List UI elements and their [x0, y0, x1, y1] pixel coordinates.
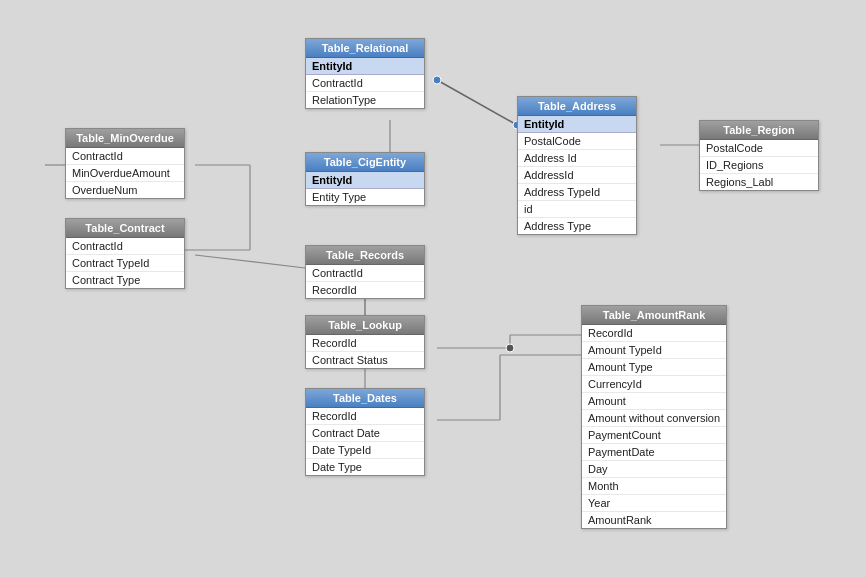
table-table_cigentity: Table_CigEntityEntityIdEntity Type	[305, 152, 425, 206]
field-row: RecordId	[306, 408, 424, 425]
field-row: MinOverdueAmount	[66, 165, 184, 182]
field-row: Regions_Labl	[700, 174, 818, 190]
field-row: RecordId	[582, 325, 726, 342]
field-row: Address Type	[518, 218, 636, 234]
field-row: Contract Type	[66, 272, 184, 288]
table-table_minoverdue: Table_MinOverdueContractIdMinOverdueAmou…	[65, 128, 185, 199]
field-row: Amount without conversion	[582, 410, 726, 427]
field-row: AmountRank	[582, 512, 726, 528]
field-row: OverdueNum	[66, 182, 184, 198]
field-row: Contract TypeId	[66, 255, 184, 272]
table-header-table_address: Table_Address	[518, 97, 636, 116]
svg-point-1	[433, 76, 441, 84]
table-header-table_records: Table_Records	[306, 246, 424, 265]
field-row: Day	[582, 461, 726, 478]
pk-row-table_cigentity: EntityId	[306, 172, 424, 189]
field-row: Year	[582, 495, 726, 512]
table-header-table_region: Table_Region	[700, 121, 818, 140]
field-row: ID_Regions	[700, 157, 818, 174]
table-table_relational: Table_RelationalEntityIdContractIdRelati…	[305, 38, 425, 109]
table-table_dates: Table_DatesRecordIdContract DateDate Typ…	[305, 388, 425, 476]
field-row: ContractId	[66, 238, 184, 255]
table-header-table_amountrank: Table_AmountRank	[582, 306, 726, 325]
table-header-table_dates: Table_Dates	[306, 389, 424, 408]
field-row: AddressId	[518, 167, 636, 184]
field-row: Amount	[582, 393, 726, 410]
table-table_region: Table_RegionPostalCodeID_RegionsRegions_…	[699, 120, 819, 191]
table-header-table_contract: Table_Contract	[66, 219, 184, 238]
table-table_lookup: Table_LookupRecordIdContract Status	[305, 315, 425, 369]
diagram-canvas: Table_RelationalEntityIdContractIdRelati…	[0, 0, 866, 577]
field-row: Amount Type	[582, 359, 726, 376]
field-row: Address Id	[518, 150, 636, 167]
field-row: PaymentCount	[582, 427, 726, 444]
svg-line-0	[437, 80, 517, 125]
table-header-table_minoverdue: Table_MinOverdue	[66, 129, 184, 148]
field-row: Amount TypeId	[582, 342, 726, 359]
field-row: ContractId	[306, 75, 424, 92]
pk-row-table_relational: EntityId	[306, 58, 424, 75]
table-table_address: Table_AddressEntityIdPostalCodeAddress I…	[517, 96, 637, 235]
field-row: id	[518, 201, 636, 218]
svg-point-14	[506, 344, 514, 352]
field-row: PostalCode	[518, 133, 636, 150]
pk-row-table_address: EntityId	[518, 116, 636, 133]
table-header-table_lookup: Table_Lookup	[306, 316, 424, 335]
table-header-table_relational: Table_Relational	[306, 39, 424, 58]
field-row: PaymentDate	[582, 444, 726, 461]
field-row: Entity Type	[306, 189, 424, 205]
field-row: CurrencyId	[582, 376, 726, 393]
table-table_amountrank: Table_AmountRankRecordIdAmount TypeIdAmo…	[581, 305, 727, 529]
field-row: RecordId	[306, 282, 424, 298]
field-row: Date Type	[306, 459, 424, 475]
field-row: Contract Date	[306, 425, 424, 442]
field-row: Address TypeId	[518, 184, 636, 201]
field-row: ContractId	[66, 148, 184, 165]
table-header-table_cigentity: Table_CigEntity	[306, 153, 424, 172]
table-table_records: Table_RecordsContractIdRecordId	[305, 245, 425, 299]
field-row: PostalCode	[700, 140, 818, 157]
field-row: RecordId	[306, 335, 424, 352]
field-row: Date TypeId	[306, 442, 424, 459]
field-row: Month	[582, 478, 726, 495]
table-table_contract: Table_ContractContractIdContract TypeIdC…	[65, 218, 185, 289]
field-row: RelationType	[306, 92, 424, 108]
field-row: ContractId	[306, 265, 424, 282]
svg-line-8	[195, 255, 305, 268]
field-row: Contract Status	[306, 352, 424, 368]
